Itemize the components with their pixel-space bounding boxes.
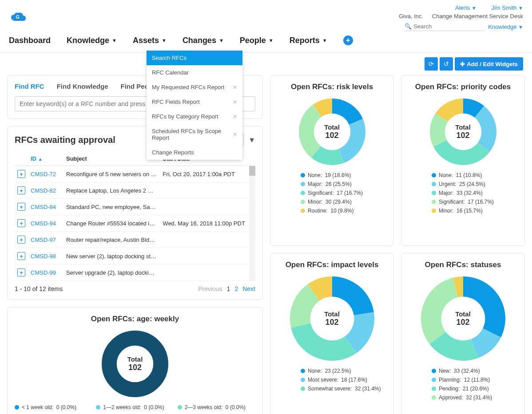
priority-chart-widget: Open RFCs: priority codesTotal102 None: … — [401, 75, 525, 246]
refresh-button[interactable]: ⟳ — [425, 57, 438, 71]
expand-button[interactable]: + — [17, 236, 25, 244]
legend-label: Somewhat severe: 32 (31.4%) — [308, 386, 381, 392]
donut-total-label: Total — [324, 310, 340, 318]
nav-knowledge[interactable]: Knowledge▼ — [67, 36, 117, 45]
legend-item: < 1 week old: 0 (0.0%) — [15, 404, 92, 410]
donut-total-label: Total — [324, 123, 340, 131]
search-input[interactable] — [412, 22, 474, 31]
pagination-prev[interactable]: Previous — [198, 285, 222, 292]
expand-button[interactable]: + — [17, 170, 25, 178]
close-icon[interactable]: ✕ — [233, 84, 237, 91]
rfc-start — [160, 232, 255, 248]
legend-label: None: 11 (10.8%) — [439, 172, 482, 178]
rfc-subject: Server upgrade (2), laptop docking ... — [64, 264, 160, 281]
pagination-page-1[interactable]: 1 — [227, 285, 230, 292]
legend-label: Major: 26 (25.5%) — [308, 181, 352, 187]
nav-dashboard[interactable]: Dashboard — [9, 36, 51, 45]
pagination-page-2[interactable]: 2 — [234, 285, 238, 292]
legend-item: Significant: 17 (16.7%) — [432, 199, 517, 205]
close-icon[interactable]: ✕ — [233, 99, 237, 105]
expand-button[interactable]: + — [17, 186, 25, 194]
rfc-id-link[interactable]: CMSD-72 — [28, 166, 64, 182]
rfc-id-link[interactable]: CMSD-84 — [28, 199, 64, 215]
chevron-down-icon: ▼ — [162, 38, 167, 43]
dropdown-item[interactable]: RFCs by Category Report✕ — [147, 109, 242, 124]
pagination-summary: 1 - 10 of 12 items — [15, 285, 63, 292]
pagination-next[interactable]: Next — [242, 285, 255, 292]
find-knowledge-tab[interactable]: Find Knowledge — [57, 83, 108, 90]
chevron-down-icon: ▼ — [219, 38, 224, 43]
awaiting-title: RFCs awaiting approval — [15, 135, 115, 145]
rfc-id-link[interactable]: CMSD-82 — [28, 182, 64, 199]
rfc-id-link[interactable]: CMSD-97 — [28, 232, 64, 248]
nav-assets[interactable]: Assets▼ — [133, 36, 167, 45]
chart-title: Open RFCs: statuses — [409, 260, 517, 269]
status-chart-widget: Open RFCs: statusesTotal102 New: 33 (32.… — [401, 253, 525, 414]
plus-icon: ✚ — [460, 61, 465, 67]
dropdown-item[interactable]: Search RFCs — [147, 51, 242, 65]
donut-chart: Total102 — [421, 276, 505, 361]
legend-dot-icon — [96, 405, 100, 410]
dropdown-item-label: My Requested RFCs Report — [152, 84, 224, 91]
user-menu[interactable]: Jim Smith ▼ — [491, 4, 523, 11]
expand-button[interactable]: + — [17, 268, 25, 276]
find-rfc-tab[interactable]: Find RFC — [15, 83, 44, 90]
rfc-start: Fri, Oct 20, 2017 1:00a PDT — [160, 166, 255, 182]
rfc-id-link[interactable]: CMSD-94 — [28, 215, 64, 232]
donut-total-value: 102 — [455, 131, 471, 140]
legend-dot-icon — [432, 369, 436, 373]
col-id[interactable]: ID ▲ — [28, 152, 64, 166]
dropdown-item[interactable]: RFC Fields Report✕ — [147, 95, 242, 109]
sort-asc-icon: ▲ — [38, 157, 43, 162]
scrollbar[interactable] — [249, 166, 255, 281]
table-row: + CMSD-94 Change Router #55534 located i… — [15, 215, 255, 232]
changes-dropdown: Search RFCsRFC CalendarMy Requested RFCs… — [147, 51, 242, 160]
nav-reports[interactable]: Reports▼ — [290, 36, 327, 45]
legend-label: Significant: 17 (16.7%) — [308, 190, 363, 196]
expand-button[interactable]: + — [17, 252, 25, 260]
search-icon: 🔍 — [405, 23, 412, 30]
dropdown-item[interactable]: Change Reports — [147, 145, 242, 160]
add-button[interactable]: + — [343, 35, 353, 45]
rfc-start — [160, 182, 255, 199]
legend-label: Planning: 12 (11.8%) — [439, 377, 490, 383]
table-row: + CMSD-98 New server (2), laptop docking… — [15, 248, 255, 264]
expand-button[interactable]: + — [17, 203, 25, 211]
legend-dot-icon — [432, 182, 436, 186]
add-edit-widgets-button[interactable]: ✚Add / Edit Widgets — [455, 57, 523, 71]
legend-label: Minor: 30 (29.4%) — [308, 199, 352, 205]
rfc-id-link[interactable]: CMSD-98 — [28, 248, 64, 264]
alerts-link[interactable]: Alerts ▼ — [455, 4, 476, 11]
col-subject[interactable]: Subject — [64, 152, 160, 166]
legend-dot-icon — [432, 386, 436, 391]
legend-dot-icon — [301, 209, 305, 213]
dropdown-item[interactable]: RFC Calendar — [147, 65, 242, 80]
close-icon[interactable]: ✕ — [233, 131, 237, 138]
nav-changes[interactable]: Changes▼ — [183, 36, 224, 45]
filter-icon[interactable]: ▼ — [248, 136, 255, 144]
legend-dot-icon — [301, 200, 305, 204]
risk-chart-widget: Open RFCs: risk levelsTotal102 None: 19 … — [270, 75, 394, 246]
legend-dot-icon — [432, 191, 436, 195]
rfc-id-link[interactable]: CMSD-99 — [28, 264, 64, 281]
table-row: + CMSD-72 Reconfigure of 5 new servers o… — [15, 166, 255, 182]
donut-total-label: Total — [455, 123, 471, 131]
legend-item: Major: 33 (32.4%) — [432, 190, 517, 196]
nav-people[interactable]: People▼ — [240, 36, 274, 45]
chart-legend: None: 23 (22.5%) Most severe: 18 (17.6%)… — [278, 368, 386, 392]
global-search[interactable]: 🔍 — [405, 22, 484, 31]
undo-button[interactable]: ↺ — [440, 57, 453, 71]
legend-item: Urgent: 25 (24.5%) — [432, 181, 517, 187]
table-row: + CMSD-99 Server upgrade (2), laptop doc… — [15, 264, 255, 281]
close-icon[interactable]: ✕ — [233, 114, 237, 120]
legend-dot-icon — [301, 378, 305, 382]
dropdown-item[interactable]: My Requested RFCs Report✕ — [147, 80, 242, 95]
knowledge-filter-link[interactable]: Knowledge ▼ — [488, 24, 523, 30]
dropdown-item[interactable]: Scheduled RFCs by Scope Report✕ — [147, 124, 242, 145]
expand-button[interactable]: + — [17, 219, 25, 227]
rfc-start — [160, 264, 255, 281]
legend-item: 1—2 weeks old: 0 (0.0%) — [96, 404, 174, 410]
dropdown-item-label: Scheduled RFCs by Scope Report — [152, 128, 233, 141]
rfc-subject: Reconfigure of 5 new servers on pu... — [64, 166, 160, 182]
legend-dot-icon — [301, 369, 305, 373]
